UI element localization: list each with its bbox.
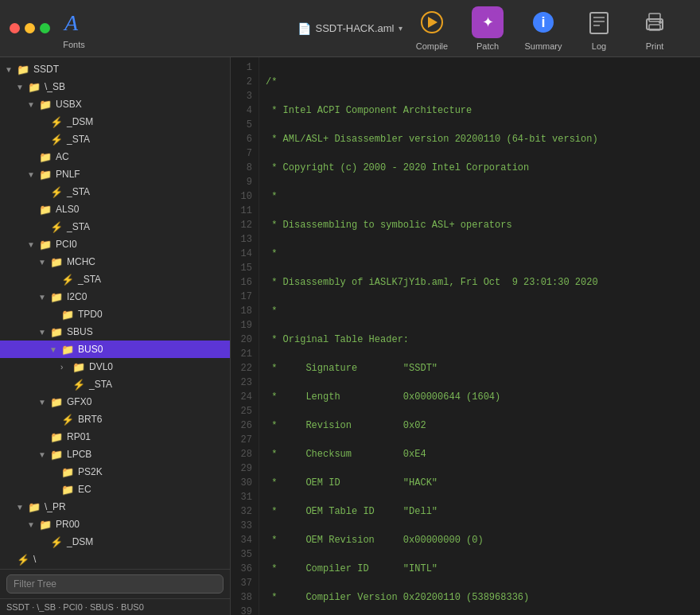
- sidebar-item-brt6[interactable]: ⚡ BRT6: [0, 411, 230, 428]
- compile-label: Compile: [416, 41, 448, 51]
- sidebar-item-gfx0[interactable]: ▼ 📁 GFX0: [0, 393, 230, 411]
- folder-icon-pci0: 📁: [38, 237, 52, 251]
- sidebar-item-tpd0[interactable]: 📁 TPD0: [0, 306, 230, 323]
- folder-icon-sbus: 📁: [49, 325, 64, 339]
- fullscreen-button[interactable]: [40, 23, 50, 33]
- patch-icon: ✦: [472, 6, 504, 38]
- sidebar-item-pr00[interactable]: ▼ 📁 PR00: [0, 516, 230, 533]
- sidebar-item-backslash[interactable]: ⚡ \: [0, 551, 230, 568]
- summary-button[interactable]: i Summary: [523, 6, 563, 51]
- method-icon-brt6: ⚡: [60, 412, 75, 426]
- method-icon-dsm: ⚡: [49, 115, 64, 129]
- folder-icon-lpcb: 📁: [49, 447, 64, 461]
- method-icon-sta-bus0: ⚡: [72, 377, 86, 391]
- folder-icon-pnlf: 📁: [38, 167, 52, 181]
- sidebar-item-mchc[interactable]: ▼ 📁 MCHC: [0, 253, 230, 271]
- minimize-button[interactable]: [25, 23, 35, 33]
- search-input[interactable]: [6, 574, 224, 594]
- code-editor[interactable]: 12345 678910 1112131415 1617181920 21222…: [231, 57, 700, 615]
- patch-button[interactable]: ✦ Patch: [468, 6, 508, 51]
- folder-icon-tpd0: 📁: [60, 307, 75, 321]
- folder-icon-ac: 📁: [38, 150, 52, 164]
- title-dropdown-icon[interactable]: ▾: [399, 24, 402, 33]
- sidebar-item-pci0[interactable]: ▼ 📁 PCI0: [0, 235, 230, 253]
- sidebar-item-lpcb[interactable]: ▼ 📁 LPCB: [0, 446, 230, 463]
- toolbar-actions: Compile ✦ Patch i Summary: [412, 6, 675, 51]
- sidebar-search: [0, 569, 230, 598]
- window-title: SSDT-HACK.aml: [316, 22, 395, 34]
- sidebar-item-sb[interactable]: ▼ 📁 \_SB: [0, 78, 230, 95]
- file-icon: 📄: [298, 22, 311, 35]
- folder-icon-dvl0: 📁: [72, 360, 86, 374]
- folder-icon-pr: 📁: [27, 500, 41, 514]
- sidebar-item-pnlf[interactable]: ▼ 📁 PNLF: [0, 165, 230, 183]
- log-button[interactable]: Log: [579, 6, 619, 51]
- sidebar-item-dsm-pr00[interactable]: ⚡ _DSM: [0, 533, 230, 551]
- folder-icon-bus0: 📁: [60, 342, 75, 356]
- sidebar-item-usbx[interactable]: ▼ 📁 USBX: [0, 95, 230, 113]
- sidebar-item-sbus[interactable]: ▼ 📁 SBUS: [0, 323, 230, 341]
- sidebar-item-sta-usbx[interactable]: ⚡ _STA: [0, 130, 230, 148]
- sidebar-item-als0[interactable]: 📁 ALS0: [0, 200, 230, 218]
- svg-marker-2: [428, 17, 438, 28]
- method-icon-sta-pnlf: ⚡: [49, 185, 64, 199]
- device-icon-backslash: ⚡: [16, 552, 30, 566]
- sidebar-item-sta-mchc[interactable]: ⚡ _STA: [0, 271, 230, 288]
- print-label: Print: [646, 41, 664, 51]
- folder-icon-ssdt: 📁: [16, 62, 30, 76]
- method-icon-sta-mchc: ⚡: [60, 272, 75, 286]
- sidebar-item-dvl0[interactable]: › 📁 DVL0: [0, 358, 230, 376]
- folder-icon-gfx0: 📁: [49, 395, 64, 409]
- folder-icon-usbx: 📁: [38, 97, 52, 111]
- svg-point-14: [659, 21, 662, 24]
- sidebar-item-ac[interactable]: 📁 AC: [0, 148, 230, 165]
- sidebar-item-sta-als0[interactable]: ⚡ _STA: [0, 218, 230, 235]
- code-content: /* * Intel ACPI Component Architecture *…: [259, 57, 700, 615]
- patch-label: Patch: [476, 41, 499, 51]
- summary-icon: i: [527, 6, 559, 38]
- log-label: Log: [592, 41, 606, 51]
- method-icon-sta-als0: ⚡: [49, 220, 64, 234]
- folder-icon-ec: 📁: [60, 482, 75, 496]
- sidebar-item-ec[interactable]: 📁 EC: [0, 481, 230, 498]
- svg-text:A: A: [63, 10, 79, 35]
- sidebar-item-i2c0[interactable]: ▼ 📁 I2C0: [0, 288, 230, 306]
- print-icon: [639, 6, 671, 38]
- titlebar: A Fonts 📄 SSDT-HACK.aml ▾ Compile ✦: [0, 0, 700, 57]
- sidebar-item-ssdt[interactable]: ▼ 📁 SSDT: [0, 60, 230, 78]
- fonts-tool[interactable]: A Fonts: [60, 8, 88, 49]
- line-numbers: 12345 678910 1112131415 1617181920 21222…: [231, 57, 259, 615]
- sidebar-item-bus0[interactable]: ▼ 📁 BUS0: [0, 341, 230, 358]
- print-button[interactable]: Print: [635, 6, 675, 51]
- folder-icon-i2c0: 📁: [49, 290, 64, 304]
- folder-icon-pr00: 📁: [38, 517, 52, 531]
- close-button[interactable]: [10, 23, 20, 33]
- svg-text:i: i: [541, 14, 545, 30]
- folder-icon-ps2k: 📁: [60, 465, 75, 479]
- folder-icon-als0: 📁: [38, 202, 52, 216]
- sidebar-item-pr[interactable]: ▼ 📁 \_PR: [0, 498, 230, 516]
- window-title-area: 📄 SSDT-HACK.aml ▾: [298, 22, 403, 35]
- compile-button[interactable]: Compile: [412, 6, 452, 51]
- sidebar-item-dsm-usbx[interactable]: ⚡ _DSM: [0, 113, 230, 130]
- svg-text:✦: ✦: [482, 14, 494, 30]
- method-icon-dsm-pr00: ⚡: [49, 535, 64, 549]
- folder-icon-sb: 📁: [27, 80, 41, 94]
- folder-icon-mchc: 📁: [49, 255, 64, 269]
- main-content: ▼ 📁 SSDT ▼ 📁 \_SB ▼ 📁 USBX ⚡ _DSM: [0, 57, 700, 615]
- arrow-ssdt: ▼: [5, 65, 16, 74]
- sidebar-item-ps2k[interactable]: 📁 PS2K: [0, 463, 230, 481]
- summary-label: Summary: [524, 41, 562, 51]
- sidebar: ▼ 📁 SSDT ▼ 📁 \_SB ▼ 📁 USBX ⚡ _DSM: [0, 57, 231, 615]
- sidebar-item-sta-pnlf[interactable]: ⚡ _STA: [0, 183, 230, 200]
- breadcrumb: SSDT · \_SB · PCI0 · SBUS · BUS0: [0, 598, 230, 615]
- compile-icon: [416, 6, 448, 38]
- log-icon: [583, 6, 615, 38]
- svg-rect-7: [590, 13, 608, 33]
- fonts-label: Fonts: [63, 40, 85, 49]
- sidebar-item-rp01[interactable]: 📁 RP01: [0, 428, 230, 446]
- sidebar-item-sta-bus0[interactable]: ⚡ _STA: [0, 376, 230, 393]
- tree-container[interactable]: ▼ 📁 SSDT ▼ 📁 \_SB ▼ 📁 USBX ⚡ _DSM: [0, 57, 230, 569]
- folder-icon-rp01: 📁: [49, 430, 64, 444]
- fonts-icon: A: [60, 8, 88, 37]
